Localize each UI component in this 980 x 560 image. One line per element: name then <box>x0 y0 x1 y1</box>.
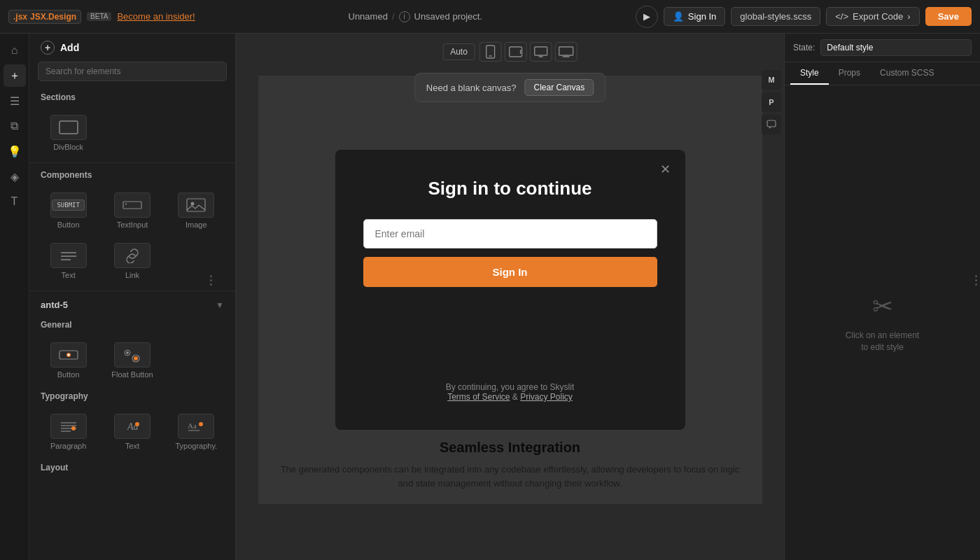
svg-rect-0 <box>59 121 78 134</box>
svg-rect-3 <box>187 199 205 211</box>
divblock-item[interactable]: DivBlock <box>38 109 99 157</box>
topbar-right: ▶ 👤 Sign In global-styles.scss </> Expor… <box>636 6 972 28</box>
add-icon: + <box>41 41 55 55</box>
modal-signin-button[interactable]: Sign In <box>363 257 657 287</box>
antd-button-item[interactable]: Button <box>38 337 99 384</box>
canvas-toolbar: Auto <box>442 42 578 62</box>
divblock-label: DivBlock <box>53 143 83 151</box>
style-panel-icon[interactable]: M <box>762 70 781 90</box>
sections-grid: DivBlock <box>29 106 235 160</box>
and-text: & <box>512 392 520 402</box>
antd-paragraph-item[interactable]: Paragraph <box>38 408 99 456</box>
terms-of-service-link[interactable]: Terms of Service <box>447 392 510 402</box>
desktop-viewport-button[interactable] <box>555 42 578 62</box>
antd-typography-item[interactable]: Aa Typography. <box>166 408 227 456</box>
link-item[interactable]: Link <box>102 237 162 285</box>
scissors-icon: ✂ <box>872 292 893 321</box>
left-resize-handle[interactable] <box>206 0 215 560</box>
link-icon <box>114 243 150 268</box>
antd-float-button-label: Float Button <box>111 370 153 379</box>
svg-rect-33 <box>559 47 573 55</box>
code-icon: </> <box>835 11 848 22</box>
svg-point-4 <box>191 202 195 206</box>
blank-canvas-banner: Need a blank canvas? Clear Canvas <box>414 73 606 102</box>
nav-add-icon[interactable]: ＋ <box>4 64 26 87</box>
nav-stack-icon[interactable]: ⧉ <box>4 115 26 137</box>
nav-bulb-icon[interactable]: 💡 <box>4 140 26 162</box>
antd-text-item[interactable]: Aa Text <box>102 408 162 456</box>
beta-badge: BETA <box>87 12 111 21</box>
svg-text:Aa: Aa <box>188 421 197 430</box>
antd-paragraph-icon <box>50 414 87 439</box>
button-item[interactable]: SUBMIT Button <box>38 187 99 234</box>
nav-home-icon[interactable]: ⌂ <box>4 39 26 62</box>
play-button[interactable]: ▶ <box>636 6 658 28</box>
comment-icon[interactable] <box>762 115 781 134</box>
clear-canvas-button[interactable]: Clear Canvas <box>524 79 594 96</box>
textinput-item[interactable]: TextInput <box>102 187 162 234</box>
resize-dot-3 <box>975 284 977 286</box>
logo-jsx: .jsx <box>13 12 27 22</box>
svg-point-25 <box>199 422 203 426</box>
antd-text-label: Text <box>125 442 139 450</box>
text-item[interactable]: Text <box>38 237 99 285</box>
antd-float-button-icon <box>114 342 150 368</box>
state-label: State: <box>793 43 815 52</box>
textinput-label: TextInput <box>117 220 148 229</box>
privacy-policy-link[interactable]: Privacy Policy <box>520 392 573 402</box>
right-resize-handle[interactable] <box>972 0 980 560</box>
link-label: Link <box>125 271 139 279</box>
blank-canvas-banner-container: Need a blank canvas? Clear Canvas <box>414 73 606 102</box>
antd-general-grid: Button Float Button <box>29 334 235 387</box>
mobile-viewport-button[interactable] <box>479 42 502 62</box>
layout-title: Layout <box>29 458 235 477</box>
signin-button[interactable]: 👤 Sign In <box>664 7 725 26</box>
nav-components-icon[interactable]: ◈ <box>4 165 26 188</box>
resize-dot-6 <box>210 284 212 286</box>
email-input[interactable] <box>363 219 657 248</box>
logo-badge[interactable]: .jsx JSX.Design <box>8 10 81 24</box>
right-panel-body: ✂ Click on an element to edit style <box>785 85 980 560</box>
antd-button-label: Button <box>57 370 80 379</box>
save-button[interactable]: Save <box>925 7 972 26</box>
tab-custom-css[interactable]: Custom SCSS <box>870 62 944 85</box>
tab-style[interactable]: Style <box>790 62 829 85</box>
antd-typography-grid: Paragraph Aa Text Aa <box>29 405 235 458</box>
collapse-arrow-icon: ▼ <box>216 300 224 310</box>
nav-layers-icon[interactable]: ☰ <box>4 90 26 112</box>
info-icon[interactable]: i <box>399 11 410 22</box>
right-panel: State: Default style Style Props Custom … <box>784 34 980 560</box>
right-tabs: Style Props Custom SCSS <box>785 62 980 85</box>
state-select[interactable]: Default style <box>820 39 972 56</box>
right-panel-top: State: Default style <box>785 34 980 62</box>
breadcrumb-sep: / <box>392 11 395 22</box>
antd-float-button-item[interactable]: Float Button <box>102 337 162 384</box>
svg-rect-30 <box>535 47 547 55</box>
export-code-button[interactable]: </> Export Code › <box>826 7 919 26</box>
auto-viewport-button[interactable]: Auto <box>442 43 475 60</box>
image-label: Image <box>186 220 207 229</box>
tablet-viewport-button[interactable] <box>505 42 527 62</box>
search-input[interactable] <box>38 62 227 81</box>
modal-close-button[interactable]: ✕ <box>656 160 676 179</box>
antd5-section[interactable]: antd-5 ▼ <box>29 294 235 316</box>
sections-title: Sections <box>29 88 235 106</box>
props-panel-icon[interactable]: P <box>762 92 781 112</box>
button-icon: SUBMIT <box>50 192 87 218</box>
nav-text-icon[interactable]: T <box>4 190 26 213</box>
canvas-content: ✕ Sign in to continue Sign In By continu… <box>236 34 784 560</box>
sign-in-modal: ✕ Sign in to continue Sign In By continu… <box>335 150 685 430</box>
project-name[interactable]: Unnamed <box>349 11 388 22</box>
global-styles-button[interactable]: global-styles.scss <box>731 7 820 26</box>
resize-dot-2 <box>975 279 977 281</box>
image-item[interactable]: Image <box>166 187 227 234</box>
svg-rect-36 <box>767 120 776 127</box>
insider-link[interactable]: Become an insider! <box>117 11 195 22</box>
tab-props[interactable]: Props <box>829 62 870 85</box>
topbar: .jsx JSX.Design BETA Become an insider! … <box>0 0 980 34</box>
desktop-small-viewport-button[interactable] <box>530 42 552 62</box>
left-sidebar: + Add Sections DivBlock Components SUBMI… <box>29 34 236 560</box>
blank-canvas-text: Need a blank canvas? <box>426 83 517 93</box>
divblock-icon <box>50 115 87 140</box>
antd-text-icon: Aa <box>114 414 150 439</box>
